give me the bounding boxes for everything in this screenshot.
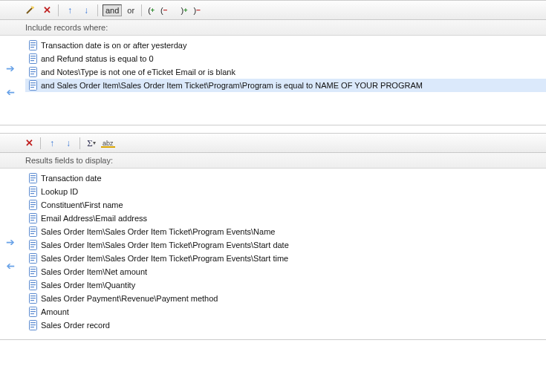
arrow-right-icon: ➔ (6, 236, 15, 248)
plus-icon: + (183, 7, 187, 14)
add-field-button[interactable]: ➔ (4, 63, 16, 74)
results-row[interactable]: Sales Order Payment\Revenue\Payment meth… (25, 292, 546, 305)
results-row-text: Amount (41, 307, 69, 316)
results-row[interactable]: Sales Order Item\Sales Order Item Ticket… (25, 225, 546, 238)
svg-rect-52 (30, 287, 34, 287)
results-row[interactable]: Constituent\First name (25, 198, 546, 212)
svg-rect-23 (30, 191, 36, 192)
results-row[interactable]: Transaction date (25, 172, 546, 185)
svg-rect-20 (30, 180, 34, 180)
filter-row[interactable]: and Sales Order Item\Sales Order Item Ti… (25, 79, 546, 92)
field-icon (28, 293, 37, 304)
results-row[interactable]: Sales Order Item\Quantity (25, 278, 546, 292)
field-icon (28, 173, 37, 183)
svg-rect-18 (30, 175, 36, 176)
filter-row[interactable]: and Refund status is equal to 0 (25, 52, 546, 65)
field-icon (28, 320, 37, 330)
sigma-icon: Σ (87, 137, 93, 149)
results-row[interactable]: Sales Order Item\Sales Order Item Ticket… (25, 252, 546, 265)
arrow-right-icon: ➔ (6, 62, 15, 74)
results-row[interactable]: Email Address\Email address (25, 212, 546, 225)
svg-rect-30 (30, 215, 36, 216)
add-close-paren-button[interactable]: )+ (180, 6, 189, 15)
field-icon (28, 253, 37, 264)
remove-close-paren-button[interactable]: )− (192, 6, 203, 15)
svg-rect-44 (30, 260, 34, 261)
summarize-button[interactable]: Σ▾ (85, 137, 98, 150)
svg-rect-60 (30, 313, 34, 314)
rename-button[interactable]: abz (101, 137, 115, 150)
svg-rect-12 (30, 74, 34, 74)
svg-rect-50 (30, 282, 36, 283)
separator (58, 4, 59, 16)
separator (40, 137, 41, 149)
svg-rect-3 (30, 45, 36, 45)
arrow-up-icon: ↑ (50, 138, 54, 148)
move-up-button[interactable]: ↑ (63, 4, 77, 17)
minus-icon: − (196, 6, 201, 14)
filter-row-text: Transaction date is on or after yesterda… (41, 41, 186, 50)
results-row-text: Sales Order Item\Sales Order Item Ticket… (41, 227, 275, 236)
field-icon (28, 80, 37, 91)
svg-rect-56 (30, 300, 34, 301)
delete-button[interactable]: ✕ (22, 137, 36, 150)
remove-open-paren-button[interactable]: (− (159, 6, 169, 15)
add-field-button[interactable]: ➔ (4, 237, 16, 247)
svg-rect-62 (30, 322, 36, 323)
field-icon (28, 267, 37, 277)
filter-body: ➔ ➔ Transaction date is on or after yest… (0, 36, 546, 125)
move-up-button[interactable]: ↑ (45, 137, 59, 150)
svg-rect-59 (30, 311, 36, 312)
svg-rect-51 (30, 284, 36, 285)
field-icon (28, 213, 37, 223)
svg-rect-8 (30, 60, 34, 61)
move-down-button[interactable]: ↓ (62, 137, 75, 150)
svg-rect-19 (30, 177, 36, 178)
svg-rect-10 (30, 69, 36, 70)
delete-icon: ✕ (43, 4, 51, 16)
results-row-text: Lookup ID (41, 187, 78, 196)
remove-field-button[interactable]: ➔ (4, 261, 16, 271)
svg-rect-11 (30, 71, 36, 72)
results-row-text: Sales Order record (41, 321, 110, 330)
results-list: Transaction dateLookup IDConstituent\Fir… (0, 172, 546, 332)
field-icon (28, 200, 37, 210)
svg-rect-35 (30, 231, 36, 232)
filter-row[interactable]: Transaction date is on or after yesterda… (25, 39, 546, 52)
wizard-icon[interactable] (22, 4, 37, 17)
svg-rect-22 (30, 189, 36, 189)
remove-field-button[interactable]: ➔ (4, 87, 16, 97)
add-open-paren-button[interactable]: (+ (146, 6, 156, 15)
delete-icon: ✕ (25, 137, 33, 148)
results-row-text: Sales Order Item\Net amount (41, 267, 147, 276)
svg-rect-14 (30, 82, 36, 83)
field-icon (28, 186, 37, 197)
svg-rect-46 (30, 269, 36, 270)
results-row[interactable]: Sales Order record (25, 318, 546, 332)
results-row[interactable]: Sales Order Item\Net amount (25, 265, 546, 278)
results-row[interactable]: Lookup ID (25, 185, 546, 198)
delete-button[interactable]: ✕ (40, 4, 53, 17)
field-icon (28, 307, 37, 317)
svg-rect-43 (30, 258, 36, 258)
results-row-text: Sales Order Item\Quantity (41, 281, 135, 290)
svg-rect-15 (30, 85, 36, 85)
svg-rect-4 (30, 47, 34, 48)
results-body: ➔ ➔ Transaction dateLookup IDConstituent… (0, 169, 546, 339)
filter-row[interactable]: and Notes\Type is not one of eTicket Ema… (25, 65, 546, 79)
svg-rect-39 (30, 244, 36, 245)
field-icon (28, 280, 37, 290)
separator (79, 137, 80, 149)
filter-header: Include records where: (0, 20, 546, 36)
arrow-up-icon: ↑ (68, 5, 72, 16)
or-toggle[interactable]: or (125, 4, 137, 16)
results-row[interactable]: Sales Order Item\Sales Order Item Ticket… (25, 238, 546, 252)
arrow-left-icon: ➔ (6, 86, 15, 98)
results-row[interactable]: Amount (25, 305, 546, 318)
svg-rect-32 (30, 220, 34, 220)
svg-rect-28 (30, 206, 34, 207)
move-down-button[interactable]: ↓ (79, 4, 93, 17)
and-toggle[interactable]: and (103, 4, 122, 16)
field-icon (28, 67, 37, 77)
results-side-arrows: ➔ ➔ (4, 237, 16, 271)
